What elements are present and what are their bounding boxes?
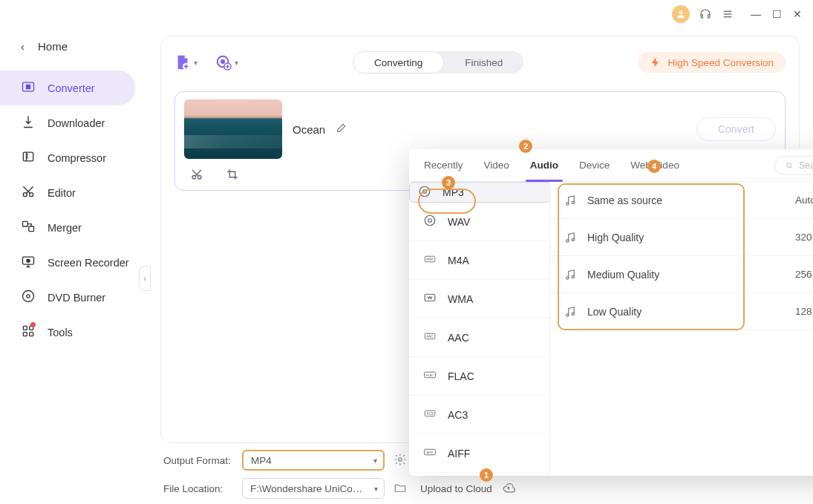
- format-tab-audio[interactable]: Audio: [529, 155, 560, 175]
- svg-rect-5: [23, 152, 33, 161]
- minimize-button[interactable]: —: [751, 9, 761, 19]
- svg-point-24: [787, 163, 791, 167]
- svg-point-12: [23, 291, 34, 302]
- svg-point-52: [399, 457, 402, 461]
- sidebar-item-label: Merger: [48, 222, 82, 234]
- editor-icon: [21, 184, 36, 201]
- format-item-m4a[interactable]: M4AM4A: [409, 241, 549, 280]
- format-label: AIFF: [448, 448, 470, 459]
- quality-item[interactable]: Low Quality128 kbps: [550, 293, 813, 330]
- quality-rate: Auto: [795, 194, 813, 206]
- trim-icon[interactable]: [190, 168, 203, 181]
- svg-point-49: [567, 313, 569, 315]
- tab-converting[interactable]: Converting: [353, 51, 444, 73]
- sidebar-item-merger[interactable]: Merger: [0, 210, 135, 245]
- chevron-left-icon: ‹: [21, 40, 25, 53]
- badge-2: 2: [519, 140, 532, 153]
- quality-name: Low Quality: [587, 306, 795, 318]
- status-segmented: Converting Finished: [353, 51, 523, 73]
- quality-item[interactable]: High Quality320 kbps: [550, 219, 813, 256]
- file-location-select[interactable]: F:\Wondershare UniConverter 1 ▾: [242, 478, 385, 499]
- cloud-icon[interactable]: [501, 481, 516, 497]
- output-format-value: MP4: [251, 455, 272, 466]
- sidebar-item-downloader[interactable]: Downloader: [0, 105, 135, 140]
- sidebar-collapse-handle[interactable]: ‹: [139, 266, 151, 291]
- badge-1: 1: [480, 468, 493, 482]
- file-name: Ocean: [293, 123, 325, 136]
- music-icon: [564, 194, 577, 207]
- output-settings-icon[interactable]: [394, 453, 407, 468]
- music-icon: [564, 268, 577, 281]
- sidebar-item-editor[interactable]: Editor: [0, 175, 135, 210]
- notification-dot-icon: [30, 322, 36, 327]
- format-label: M4A: [448, 255, 469, 266]
- sidebar-item-label: Tools: [48, 327, 73, 338]
- m4a-icon: M4A: [422, 252, 437, 268]
- format-label: FLAC: [448, 370, 474, 382]
- maximize-button[interactable]: ☐: [771, 9, 782, 19]
- svg-point-47: [572, 275, 574, 278]
- search-box[interactable]: [774, 156, 813, 175]
- tab-finished[interactable]: Finished: [444, 51, 523, 73]
- sidebar-item-label: Editor: [48, 187, 76, 199]
- sidebar-item-compressor[interactable]: Compressor: [0, 140, 135, 175]
- output-format-select[interactable]: MP4 ▾: [242, 450, 385, 471]
- svg-point-0: [679, 10, 683, 14]
- svg-text:AAC: AAC: [426, 335, 434, 338]
- format-item-flac[interactable]: FLACFLAC: [409, 357, 549, 396]
- converter-icon: [21, 79, 36, 96]
- support-icon[interactable]: [699, 7, 712, 21]
- mp3-icon: [417, 185, 432, 200]
- sidebar-item-converter[interactable]: Converter: [0, 71, 135, 105]
- high-speed-pill[interactable]: High Speed Conversion: [638, 52, 786, 73]
- format-item-mp3[interactable]: MP3: [409, 182, 550, 203]
- open-folder-icon[interactable]: [394, 481, 407, 497]
- screen-recorder-icon: [21, 254, 36, 271]
- rename-icon[interactable]: [336, 122, 347, 137]
- add-file-button[interactable]: ▾: [174, 54, 197, 71]
- quality-item[interactable]: Medium Quality256 kbps: [550, 256, 813, 293]
- svg-rect-31: [425, 295, 435, 301]
- quality-item[interactable]: Same as sourceAuto: [550, 182, 813, 219]
- quality-rate: 128 kbps: [795, 306, 813, 317]
- svg-point-11: [27, 259, 30, 262]
- svg-point-26: [423, 189, 427, 193]
- format-label: WMA: [448, 293, 473, 305]
- format-label: AC3: [448, 409, 468, 421]
- close-button[interactable]: ✕: [792, 9, 803, 19]
- menu-icon[interactable]: [721, 7, 734, 21]
- format-tab-recently[interactable]: Recently: [422, 155, 465, 175]
- aac-icon: AAC: [422, 330, 437, 345]
- format-item-wav[interactable]: WAV: [409, 203, 549, 241]
- quality-rate: 320 kbps: [795, 232, 813, 243]
- sidebar-item-screen-recorder[interactable]: Screen Recorder: [0, 245, 135, 280]
- format-item-wma[interactable]: WMA: [409, 280, 549, 318]
- convert-button[interactable]: Convert: [696, 117, 776, 141]
- svg-rect-17: [30, 333, 33, 336]
- format-item-aac[interactable]: AACAAC: [409, 318, 549, 357]
- file-thumbnail[interactable]: [184, 99, 282, 159]
- sidebar-item-tools[interactable]: Tools: [0, 315, 135, 350]
- svg-point-40: [567, 202, 569, 204]
- dvd-burner-icon: [21, 289, 36, 306]
- back-label: Home: [38, 40, 68, 53]
- chevron-down-icon: ▾: [373, 456, 377, 465]
- quality-name: Same as source: [587, 194, 795, 206]
- avatar[interactable]: [672, 5, 690, 23]
- search-input[interactable]: [799, 160, 813, 171]
- svg-rect-16: [23, 333, 27, 336]
- format-item-aiff[interactable]: AIFFAIFF: [409, 434, 549, 473]
- quality-rate: 256 kbps: [795, 269, 813, 280]
- svg-rect-8: [23, 221, 28, 226]
- sidebar-item-dvd-burner[interactable]: DVD Burner: [0, 280, 135, 315]
- file-location-value: F:\Wondershare UniConverter 1: [250, 483, 366, 494]
- wma-icon: [422, 291, 437, 307]
- format-tab-video[interactable]: Video: [483, 155, 511, 175]
- quality-name: High Quality: [587, 232, 795, 243]
- back-home[interactable]: ‹ Home: [0, 36, 146, 57]
- add-disc-button[interactable]: ▾: [215, 54, 238, 71]
- format-tab-device[interactable]: Device: [578, 155, 611, 175]
- crop-icon[interactable]: [226, 168, 239, 181]
- format-item-ac3[interactable]: AC3AC3: [409, 396, 549, 434]
- svg-point-43: [567, 239, 569, 241]
